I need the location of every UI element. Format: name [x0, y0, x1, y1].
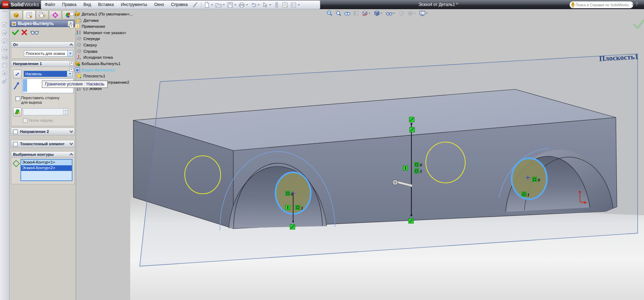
zoom-fit-icon[interactable]: [326, 9, 334, 17]
undo-icon[interactable]: [250, 1, 257, 8]
dropdown-caret[interactable]: [223, 4, 225, 6]
tree-item-origin[interactable]: Исходная точка: [76, 54, 113, 60]
dimxpert-tab-icon[interactable]: [49, 10, 62, 20]
draft-angle-spinner[interactable]: [63, 109, 68, 115]
expander-icon[interactable]: -: [70, 12, 74, 16]
draft-angle-field[interactable]: [23, 108, 68, 115]
menu-window[interactable]: Окно: [151, 1, 168, 8]
point-marker[interactable]: [409, 218, 413, 223]
expand-chevron-icon[interactable]: [70, 129, 73, 133]
tree-item-cut-extrude[interactable]: + Вырез-Вытянуть1: [70, 67, 115, 73]
options-icon[interactable]: [290, 1, 297, 8]
stylus-icon[interactable]: [192, 1, 199, 8]
preview-glasses-button[interactable]: [30, 30, 39, 35]
measure-icon[interactable]: [1, 78, 8, 84]
expand-chevron-icon[interactable]: [70, 142, 73, 145]
menu-view[interactable]: Вид: [80, 1, 95, 8]
section-header[interactable]: От: [11, 42, 74, 48]
display-style-icon[interactable]: [373, 9, 384, 17]
spellcheck-icon[interactable]: A: [1, 30, 8, 36]
section-header[interactable]: Тонкостенный элемент: [11, 140, 74, 148]
flip-side-checkbox[interactable]: [15, 96, 20, 101]
add-note-icon[interactable]: A: [1, 46, 8, 52]
tree-item-part[interactable]: - Деталь1 (По умолчанию<...: [70, 11, 133, 17]
badge-count: 0: [291, 191, 293, 197]
contours-listbox[interactable]: Эскиз4-Контур<1> Эскиз4-Контур<2>: [20, 159, 72, 181]
save-lock-icon[interactable]: [1, 62, 8, 68]
menu-file[interactable]: Файл: [41, 1, 59, 8]
contour-list-item[interactable]: Эскиз4-Контур<1>: [21, 160, 72, 165]
reverse-direction-button[interactable]: [13, 70, 21, 79]
draft-button[interactable]: [13, 107, 21, 116]
display-pane-icon[interactable]: [273, 1, 280, 8]
zoom-area-icon[interactable]: [334, 9, 343, 17]
point-marker[interactable]: [290, 224, 295, 229]
dropdown-caret[interactable]: [298, 4, 300, 6]
dropdown-caret[interactable]: [258, 4, 260, 6]
panel-title: Вырез-Вытянуть: [18, 21, 68, 26]
tree-item-plane1[interactable]: Плоскость1: [76, 73, 105, 79]
start-condition-combo[interactable]: Плоскость для эскиза: [24, 50, 73, 57]
tree-item-right-plane[interactable]: Справа: [76, 48, 97, 54]
thin-feature-checkbox[interactable]: [13, 142, 18, 146]
format-painter-icon[interactable]: A: [1, 38, 8, 44]
graphics-area[interactable]: 0 1 0 1 0 1: [76, 9, 644, 300]
toolbar-drag-handle[interactable]: [2, 11, 7, 12]
search-placeholder[interactable]: Поиск в Справке по SolidWorks: [576, 3, 629, 7]
previous-view-icon[interactable]: [343, 9, 352, 17]
print-icon[interactable]: [238, 1, 245, 8]
expander-icon[interactable]: +: [70, 24, 74, 28]
propertymanager-tab-icon[interactable]: [23, 10, 36, 20]
direction2-checkbox[interactable]: [13, 129, 18, 134]
tree-item-material[interactable]: Материал <не указан>: [76, 30, 126, 36]
tree-item-top-plane[interactable]: Сверху: [76, 42, 97, 48]
section-header[interactable]: Направление 1: [11, 61, 74, 67]
cancel-button[interactable]: [21, 29, 27, 36]
note-lock-icon[interactable]: A: [1, 54, 8, 60]
origin-icon: [76, 55, 82, 60]
end-condition-combo[interactable]: Насквозь: [24, 71, 73, 77]
note-icon[interactable]: A: [1, 21, 8, 28]
menu-insert[interactable]: Вставка: [95, 1, 118, 8]
collapse-chevron-icon[interactable]: [70, 44, 73, 47]
help-icon[interactable]: ?: [636, 1, 638, 7]
file-properties-icon[interactable]: [282, 1, 289, 8]
point-marker[interactable]: [409, 117, 414, 122]
expander-icon[interactable]: +: [70, 68, 74, 72]
draft-outward-checkbox[interactable]: [23, 118, 27, 123]
dropdown-caret[interactable]: [211, 4, 213, 6]
features-tab-icon[interactable]: [10, 10, 23, 20]
dropdown-caret[interactable]: [234, 4, 236, 6]
tree-item-annotations[interactable]: + A Примечания: [70, 23, 105, 29]
hide-show-items-icon[interactable]: [385, 9, 397, 17]
combo-arrow-icon[interactable]: [67, 51, 73, 56]
dropdown-caret[interactable]: [632, 4, 634, 6]
contour-list-item-selected[interactable]: Эскиз4-Контур<2>: [21, 165, 72, 171]
save-icon[interactable]: [227, 1, 234, 8]
section-view-icon[interactable]: [352, 9, 360, 17]
configurations-tab-icon[interactable]: [36, 10, 49, 20]
select-cursor-icon[interactable]: [261, 1, 269, 8]
stamp-icon[interactable]: A: [1, 70, 8, 76]
section-header[interactable]: Выбранные контуры: [11, 152, 74, 158]
point-marker[interactable]: [410, 127, 415, 132]
view-settings-icon[interactable]: [418, 9, 430, 17]
tree-item-front-plane[interactable]: Спереди: [76, 36, 100, 42]
new-document-icon[interactable]: [203, 1, 210, 8]
tree-item-boss-extrude[interactable]: + Бобышка-Вытянуть1: [70, 60, 121, 66]
help-search-box[interactable]: ? Поиск в Справке по SolidWorks: [569, 1, 633, 8]
ok-button[interactable]: [12, 29, 19, 36]
view-orientation-icon[interactable]: [361, 9, 372, 17]
dropdown-caret[interactable]: [269, 4, 271, 6]
dropdown-caret[interactable]: [246, 4, 248, 6]
collapse-chevron-icon[interactable]: [70, 153, 73, 157]
section-header[interactable]: Направление 2: [11, 128, 74, 135]
tree-item-sensors[interactable]: Датчики: [76, 17, 99, 23]
menu-edit[interactable]: Правка: [59, 1, 80, 8]
open-icon[interactable]: [215, 1, 222, 8]
menu-tools[interactable]: Инструменты: [117, 1, 151, 8]
apply-scene-icon[interactable]: [406, 9, 418, 17]
expander-icon[interactable]: +: [70, 62, 74, 65]
menu-help[interactable]: Справка: [168, 1, 191, 8]
edit-appearance-icon[interactable]: [397, 9, 406, 17]
